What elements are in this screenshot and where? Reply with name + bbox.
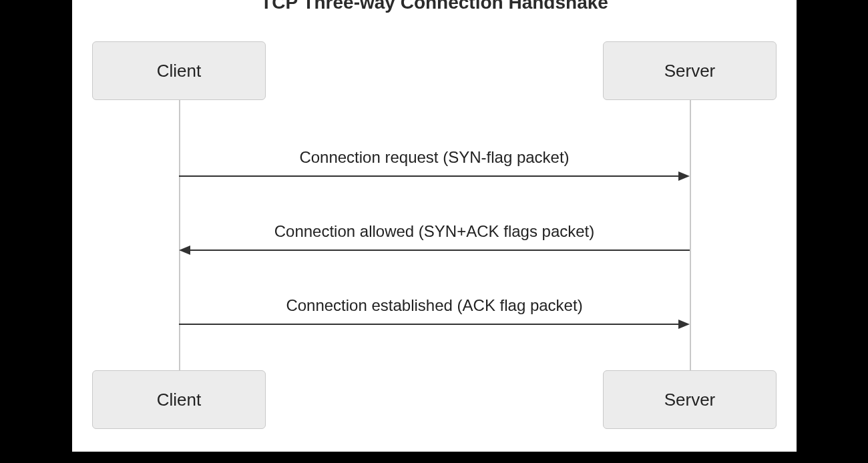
message-3-label: Connection established (ACK flag packet) xyxy=(179,296,690,315)
arrow-right-icon xyxy=(179,168,690,184)
actor-server-bottom-label: Server xyxy=(664,390,716,410)
actor-client-bottom-label: Client xyxy=(157,390,201,410)
message-1-label: Connection request (SYN-flag packet) xyxy=(179,148,690,167)
message-2: Connection allowed (SYN+ACK flags packet… xyxy=(179,242,690,258)
actor-server-top-label: Server xyxy=(664,61,716,81)
arrow-right-icon xyxy=(179,316,690,332)
svg-marker-1 xyxy=(678,171,690,181)
message-3: Connection established (ACK flag packet) xyxy=(179,316,690,332)
lifeline-server xyxy=(690,100,691,370)
diagram-title: TCP Three-way Connection Handshake xyxy=(72,0,797,13)
arrow-left-icon xyxy=(179,242,690,258)
actor-client-bottom: Client xyxy=(92,370,266,429)
actor-server-bottom: Server xyxy=(603,370,777,429)
message-1: Connection request (SYN-flag packet) xyxy=(179,168,690,184)
actor-client-top-label: Client xyxy=(157,61,201,81)
svg-marker-3 xyxy=(179,246,190,255)
diagram-canvas: TCP Three-way Connection Handshake Clien… xyxy=(72,0,797,452)
svg-marker-5 xyxy=(678,320,690,329)
message-2-label: Connection allowed (SYN+ACK flags packet… xyxy=(179,222,690,241)
actor-client-top: Client xyxy=(92,41,266,100)
actor-server-top: Server xyxy=(603,41,777,100)
